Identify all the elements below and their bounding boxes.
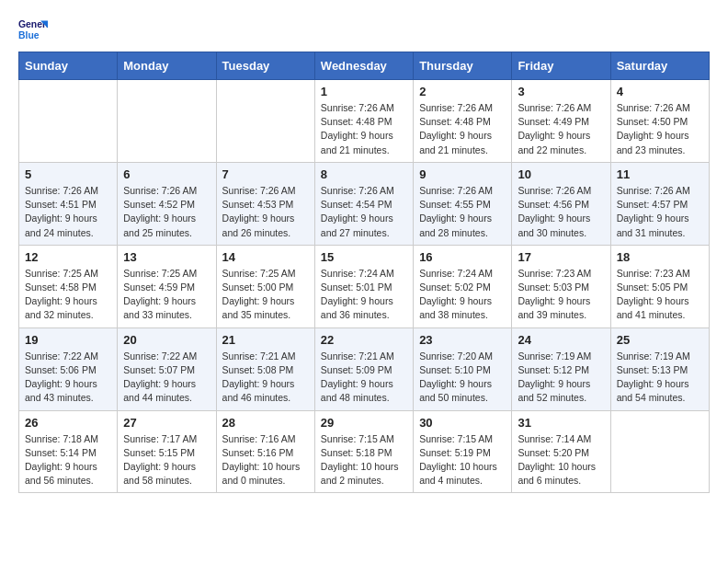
day-info: Sunrise: 7:22 AMSunset: 5:07 PMDaylight:… [123, 350, 210, 406]
calendar-cell: 18Sunrise: 7:23 AMSunset: 5:05 PMDayligh… [610, 245, 709, 327]
calendar-cell: 10Sunrise: 7:26 AMSunset: 4:56 PMDayligh… [512, 162, 610, 245]
day-number: 11 [617, 167, 703, 181]
calendar-cell: 23Sunrise: 7:20 AMSunset: 5:10 PMDayligh… [414, 327, 512, 410]
day-info: Sunrise: 7:18 AMSunset: 5:14 PMDaylight:… [25, 432, 111, 488]
day-number: 31 [518, 416, 604, 430]
day-info: Sunrise: 7:16 AMSunset: 5:16 PMDaylight:… [222, 432, 309, 488]
calendar-cell [118, 80, 216, 163]
calendar-cell: 22Sunrise: 7:21 AMSunset: 5:09 PMDayligh… [314, 327, 413, 410]
day-info: Sunrise: 7:14 AMSunset: 5:20 PMDaylight:… [518, 432, 604, 488]
day-number: 6 [123, 167, 210, 181]
calendar-cell: 8Sunrise: 7:26 AMSunset: 4:54 PMDaylight… [314, 162, 413, 245]
logo-icon: General Blue [18, 15, 48, 44]
logo: General Blue [18, 15, 51, 44]
calendar-cell: 14Sunrise: 7:25 AMSunset: 5:00 PMDayligh… [216, 245, 314, 327]
calendar-week-row: 19Sunrise: 7:22 AMSunset: 5:06 PMDayligh… [19, 327, 710, 410]
day-info: Sunrise: 7:23 AMSunset: 5:03 PMDaylight:… [518, 267, 604, 323]
day-number: 25 [617, 333, 703, 347]
day-info: Sunrise: 7:26 AMSunset: 4:51 PMDaylight:… [25, 184, 111, 240]
weekday-header-thursday: Thursday [414, 52, 512, 80]
calendar-cell [216, 80, 314, 163]
day-number: 21 [222, 333, 309, 347]
day-number: 26 [25, 416, 111, 430]
day-number: 28 [222, 416, 309, 430]
calendar-cell: 20Sunrise: 7:22 AMSunset: 5:07 PMDayligh… [118, 327, 216, 410]
calendar-cell: 11Sunrise: 7:26 AMSunset: 4:57 PMDayligh… [610, 162, 709, 245]
day-info: Sunrise: 7:25 AMSunset: 4:59 PMDaylight:… [123, 267, 210, 323]
day-number: 23 [419, 333, 506, 347]
calendar-header-row: SundayMondayTuesdayWednesdayThursdayFrid… [19, 52, 710, 80]
day-number: 14 [222, 250, 309, 264]
calendar-cell: 25Sunrise: 7:19 AMSunset: 5:13 PMDayligh… [610, 327, 709, 410]
calendar-week-row: 1Sunrise: 7:26 AMSunset: 4:48 PMDaylight… [19, 80, 710, 163]
day-info: Sunrise: 7:26 AMSunset: 4:49 PMDaylight:… [518, 101, 604, 157]
calendar-cell: 21Sunrise: 7:21 AMSunset: 5:08 PMDayligh… [216, 327, 314, 410]
day-number: 30 [419, 416, 506, 430]
day-number: 1 [321, 85, 407, 98]
day-info: Sunrise: 7:21 AMSunset: 5:09 PMDaylight:… [321, 350, 407, 406]
day-number: 15 [321, 250, 407, 264]
calendar-week-row: 5Sunrise: 7:26 AMSunset: 4:51 PMDaylight… [19, 162, 710, 245]
weekday-header-sunday: Sunday [19, 52, 118, 80]
day-number: 13 [123, 250, 210, 264]
day-number: 9 [419, 167, 506, 181]
day-info: Sunrise: 7:22 AMSunset: 5:06 PMDaylight:… [25, 350, 111, 406]
svg-text:Blue: Blue [18, 30, 40, 40]
day-number: 4 [617, 85, 703, 98]
calendar-cell: 4Sunrise: 7:26 AMSunset: 4:50 PMDaylight… [610, 80, 709, 163]
day-number: 5 [25, 167, 111, 181]
weekday-header-monday: Monday [118, 52, 216, 80]
day-info: Sunrise: 7:26 AMSunset: 4:55 PMDaylight:… [419, 184, 506, 240]
calendar-cell: 2Sunrise: 7:26 AMSunset: 4:48 PMDaylight… [414, 80, 512, 163]
day-info: Sunrise: 7:15 AMSunset: 5:19 PMDaylight:… [419, 432, 506, 488]
day-info: Sunrise: 7:26 AMSunset: 4:57 PMDaylight:… [617, 184, 703, 240]
day-info: Sunrise: 7:25 AMSunset: 5:00 PMDaylight:… [222, 267, 309, 323]
day-number: 19 [25, 333, 111, 347]
day-info: Sunrise: 7:25 AMSunset: 4:58 PMDaylight:… [25, 267, 111, 323]
calendar-cell: 28Sunrise: 7:16 AMSunset: 5:16 PMDayligh… [216, 410, 314, 493]
day-number: 24 [518, 333, 604, 347]
day-info: Sunrise: 7:21 AMSunset: 5:08 PMDaylight:… [222, 350, 309, 406]
calendar-cell: 6Sunrise: 7:26 AMSunset: 4:52 PMDaylight… [118, 162, 216, 245]
calendar-cell: 24Sunrise: 7:19 AMSunset: 5:12 PMDayligh… [512, 327, 610, 410]
header: General Blue [18, 15, 710, 44]
calendar-cell: 7Sunrise: 7:26 AMSunset: 4:53 PMDaylight… [216, 162, 314, 245]
calendar-table: SundayMondayTuesdayWednesdayThursdayFrid… [18, 52, 710, 493]
calendar-cell: 13Sunrise: 7:25 AMSunset: 4:59 PMDayligh… [118, 245, 216, 327]
day-number: 22 [321, 333, 407, 347]
day-number: 16 [419, 250, 506, 264]
day-number: 29 [321, 416, 407, 430]
day-info: Sunrise: 7:26 AMSunset: 4:53 PMDaylight:… [222, 184, 309, 240]
weekday-header-wednesday: Wednesday [314, 52, 413, 80]
day-number: 3 [518, 85, 604, 98]
calendar-cell: 29Sunrise: 7:15 AMSunset: 5:18 PMDayligh… [314, 410, 413, 493]
day-number: 7 [222, 167, 309, 181]
day-info: Sunrise: 7:26 AMSunset: 4:56 PMDaylight:… [518, 184, 604, 240]
day-info: Sunrise: 7:19 AMSunset: 5:13 PMDaylight:… [617, 350, 703, 406]
day-info: Sunrise: 7:19 AMSunset: 5:12 PMDaylight:… [518, 350, 604, 406]
calendar-cell: 9Sunrise: 7:26 AMSunset: 4:55 PMDaylight… [414, 162, 512, 245]
day-info: Sunrise: 7:26 AMSunset: 4:48 PMDaylight:… [419, 101, 506, 157]
day-info: Sunrise: 7:26 AMSunset: 4:52 PMDaylight:… [123, 184, 210, 240]
day-info: Sunrise: 7:20 AMSunset: 5:10 PMDaylight:… [419, 350, 506, 406]
calendar-cell: 15Sunrise: 7:24 AMSunset: 5:01 PMDayligh… [314, 245, 413, 327]
calendar-cell: 30Sunrise: 7:15 AMSunset: 5:19 PMDayligh… [414, 410, 512, 493]
day-info: Sunrise: 7:26 AMSunset: 4:50 PMDaylight:… [617, 101, 703, 157]
calendar-cell: 3Sunrise: 7:26 AMSunset: 4:49 PMDaylight… [512, 80, 610, 163]
calendar-cell: 1Sunrise: 7:26 AMSunset: 4:48 PMDaylight… [314, 80, 413, 163]
weekday-header-friday: Friday [512, 52, 610, 80]
calendar-cell: 31Sunrise: 7:14 AMSunset: 5:20 PMDayligh… [512, 410, 610, 493]
calendar-cell [19, 80, 118, 163]
calendar-cell: 5Sunrise: 7:26 AMSunset: 4:51 PMDaylight… [19, 162, 118, 245]
day-number: 27 [123, 416, 210, 430]
day-number: 10 [518, 167, 604, 181]
day-info: Sunrise: 7:23 AMSunset: 5:05 PMDaylight:… [617, 267, 703, 323]
day-number: 8 [321, 167, 407, 181]
calendar-cell: 27Sunrise: 7:17 AMSunset: 5:15 PMDayligh… [118, 410, 216, 493]
day-info: Sunrise: 7:24 AMSunset: 5:01 PMDaylight:… [321, 267, 407, 323]
calendar-cell: 17Sunrise: 7:23 AMSunset: 5:03 PMDayligh… [512, 245, 610, 327]
calendar-cell: 12Sunrise: 7:25 AMSunset: 4:58 PMDayligh… [19, 245, 118, 327]
calendar-cell: 26Sunrise: 7:18 AMSunset: 5:14 PMDayligh… [19, 410, 118, 493]
calendar-cell [610, 410, 709, 493]
calendar-week-row: 12Sunrise: 7:25 AMSunset: 4:58 PMDayligh… [19, 245, 710, 327]
